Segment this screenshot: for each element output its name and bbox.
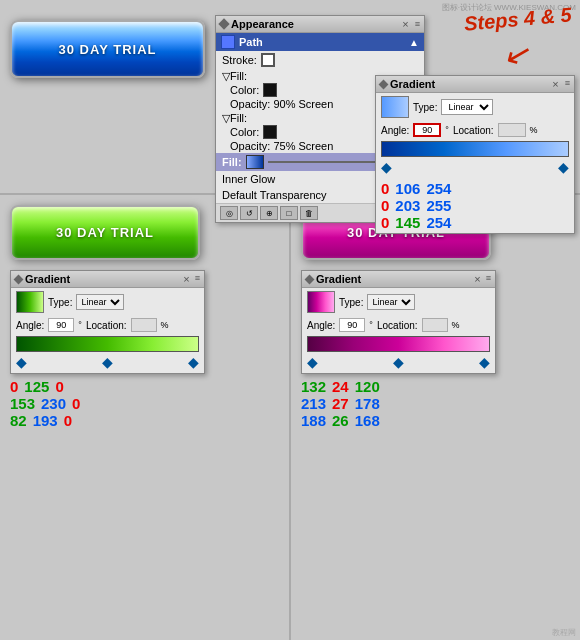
magenta-loc-label: Location: <box>377 320 418 331</box>
gradient-panel-green: Gradient × ≡ Type: Linear Angle: ° <box>10 270 205 374</box>
angle-label: Angle: <box>381 125 409 136</box>
magenta-type-select[interactable]: Linear <box>367 294 415 310</box>
arrow-icon: ↙ <box>500 32 536 76</box>
color1-label: Color: <box>230 84 259 96</box>
green-deg: ° <box>78 320 82 330</box>
green-angle-input[interactable] <box>48 318 74 332</box>
magenta-gp-diamond <box>305 274 315 284</box>
magenta-stop-mid[interactable]: ◆ <box>393 354 404 370</box>
stop-left[interactable]: ◆ <box>381 159 392 175</box>
bottom-btn-5[interactable]: 🗑 <box>300 206 318 220</box>
stroke-swatch <box>261 53 275 67</box>
gradient-panel-magenta: Gradient × ≡ Type: Linear Angle: ° <box>301 270 496 374</box>
green-loc-label: Location: <box>86 320 127 331</box>
watermark-bottom: 教程网 <box>552 627 576 638</box>
green-gp-menu[interactable]: ≡ <box>195 273 200 285</box>
angle-input[interactable] <box>413 123 441 137</box>
bottom-btn-2[interactable]: ↺ <box>240 206 258 220</box>
color1-swatch <box>263 83 277 97</box>
gradient-diamond-icon <box>379 79 389 89</box>
panel-diamond-icon <box>218 18 229 29</box>
green-type-label: Type: <box>48 297 72 308</box>
pct-symbol: % <box>530 125 538 135</box>
color2-label: Color: <box>230 126 259 138</box>
color-row-2: 0 203 255 <box>381 197 569 214</box>
stroke-label: Stroke: <box>222 54 257 66</box>
gradient-title: Gradient <box>390 78 435 90</box>
green-color-numbers: 0 125 0 153 230 0 82 193 0 <box>10 378 80 429</box>
location-input[interactable] <box>498 123 526 137</box>
color-row-1: 0 106 254 <box>381 180 569 197</box>
gradient-bar-blue <box>381 141 569 157</box>
trial-button-green: 30 DAY TRIAL <box>10 205 200 260</box>
bottom-btn-3[interactable]: ⊕ <box>260 206 278 220</box>
magenta-gp-menu[interactable]: ≡ <box>486 273 491 285</box>
scroll-up[interactable]: ▲ <box>409 37 419 48</box>
type-label: Type: <box>413 102 437 113</box>
panel-menu[interactable]: ≡ <box>415 19 420 29</box>
green-gp-title: Gradient <box>25 273 70 285</box>
green-stop-left[interactable]: ◆ <box>16 354 27 370</box>
gradient-panel-top: Gradient × ≡ Type: Linear Angle: ° Locat… <box>375 75 575 234</box>
magenta-pct: % <box>452 320 460 330</box>
bottom-btn-4[interactable]: □ <box>280 206 298 220</box>
type-select[interactable]: Linear <box>441 99 493 115</box>
bottom-btn-1[interactable]: ◎ <box>220 206 238 220</box>
magenta-stop-left[interactable]: ◆ <box>307 354 318 370</box>
degree-symbol: ° <box>445 125 449 135</box>
green-angle-label: Angle: <box>16 320 44 331</box>
magenta-gp-close[interactable]: × <box>474 273 480 285</box>
magenta-deg: ° <box>369 320 373 330</box>
magenta-angle-input[interactable] <box>339 318 365 332</box>
magenta-angle-label: Angle: <box>307 320 335 331</box>
magenta-color-swatch <box>307 291 335 313</box>
green-stop-right[interactable]: ◆ <box>188 354 199 370</box>
green-color-swatch <box>16 291 44 313</box>
magenta-type-label: Type: <box>339 297 363 308</box>
green-gp-diamond <box>14 274 24 284</box>
gradient-close[interactable]: × <box>552 78 558 90</box>
magenta-gp-title: Gradient <box>316 273 361 285</box>
path-label: Path <box>239 36 263 48</box>
green-stop-mid[interactable]: ◆ <box>102 354 113 370</box>
fill3-swatch <box>246 155 264 169</box>
magenta-color-numbers: 132 24 120 213 27 178 188 26 168 <box>301 378 380 429</box>
green-loc-input[interactable] <box>131 318 157 332</box>
gradient-color-swatch <box>381 96 409 118</box>
magenta-stop-right[interactable]: ◆ <box>479 354 490 370</box>
color2-swatch <box>263 125 277 139</box>
magenta-gradient-bar <box>307 336 490 352</box>
gradient-menu[interactable]: ≡ <box>565 78 570 90</box>
steps-label: Steps 4 & 5 <box>463 3 572 35</box>
appearance-panel-title: Appearance <box>231 18 294 30</box>
stop-right[interactable]: ◆ <box>558 159 569 175</box>
green-type-select[interactable]: Linear <box>76 294 124 310</box>
magenta-loc-input[interactable] <box>422 318 448 332</box>
green-gradient-bar <box>16 336 199 352</box>
location-label: Location: <box>453 125 494 136</box>
color-row-3: 0 145 254 <box>381 214 569 231</box>
green-gp-close[interactable]: × <box>183 273 189 285</box>
trial-button-blue: 30 DAY TRIAL <box>10 20 205 78</box>
panel-close[interactable]: × <box>402 18 408 30</box>
fill3-label: Fill: <box>222 156 242 168</box>
path-color-swatch <box>221 35 235 49</box>
green-pct: % <box>161 320 169 330</box>
